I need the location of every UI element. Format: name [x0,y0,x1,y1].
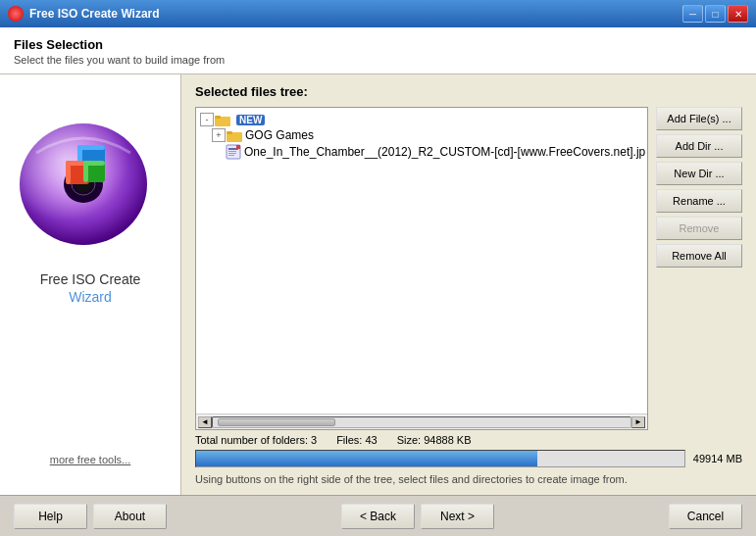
help-text: Using buttons on the right side of the t… [195,473,742,485]
tree-gog-item[interactable]: + GOG Games [198,127,645,143]
tree-scrollbar[interactable]: ◄ ► [196,414,647,429]
svg-rect-24 [236,145,240,149]
new-dir-button[interactable]: New Dir ... [656,162,742,185]
file-label: One_In_The_Chamber__(2012)_R2_CUSTOM-[cd… [244,145,645,159]
disc-container [17,104,164,251]
bottom-right-buttons: Cancel [669,504,742,529]
progress-label: 49914 MB [693,453,742,464]
folders-count: Total number of folders: 3 [195,434,317,446]
gog-label: GOG Games [245,128,314,142]
gog-folder-icon [227,129,242,142]
title-controls: ─ □ ✕ [682,5,748,23]
title-bar: Free ISO Create Wizard ─ □ ✕ [0,0,756,27]
app-icon [8,6,24,22]
svg-rect-16 [215,116,221,119]
help-button[interactable]: Help [14,504,87,529]
next-button[interactable]: Next > [421,504,494,529]
action-buttons: Add File(s) ... Add Dir ... New Dir ... … [656,107,742,430]
svg-rect-10 [66,161,71,184]
main-window: Files Selection Select the files you wan… [0,27,756,536]
window-title: Free ISO Create Wizard [29,7,160,21]
about-button[interactable]: About [93,504,167,529]
rename-button[interactable]: Rename ... [656,189,742,213]
section-subtitle: Select the files you want to build image… [14,54,742,66]
header-section: Files Selection Select the files you wan… [0,27,756,74]
panel-title: Selected files tree: [195,84,742,99]
disc-graphic [17,104,164,251]
maximize-button[interactable]: □ [705,5,726,23]
svg-rect-23 [228,155,234,156]
progress-row: 49914 MB [195,450,742,467]
scroll-right-arrow[interactable]: ► [631,416,645,428]
svg-rect-22 [228,153,236,154]
status-bar: Total number of folders: 3 Files: 43 Siz… [195,434,742,446]
bottom-left-buttons: Help About [14,504,167,529]
bottom-bar: Help About < Back Next > Cancel [0,495,756,536]
content-area: Free ISO Create Wizard more free tools..… [0,74,756,495]
root-expand-icon[interactable]: - [200,113,214,126]
new-badge: NEW [236,115,265,125]
svg-rect-21 [228,151,236,152]
remove-button[interactable]: Remove [656,217,742,240]
right-panel: Selected files tree: - [181,74,756,495]
sidebar: Free ISO Create Wizard more free tools..… [0,74,181,495]
progress-fill [196,451,537,466]
remove-all-button[interactable]: Remove All [656,244,742,268]
cancel-button[interactable]: Cancel [669,504,742,529]
svg-rect-18 [227,131,232,134]
files-count: Files: 43 [336,434,378,446]
section-title: Files Selection [14,37,742,52]
tree-root-item[interactable]: - NEW [198,112,645,127]
add-files-button[interactable]: Add File(s) ... [656,107,742,130]
h-scrollbar-thumb[interactable] [218,418,335,426]
scroll-left-arrow[interactable]: ◄ [198,416,212,428]
close-button[interactable]: ✕ [728,5,748,23]
gog-expand-icon[interactable]: + [212,128,226,142]
tree-container[interactable]: - NEW + [195,107,648,430]
bottom-center-buttons: < Back Next > [341,504,494,529]
app-name-label: Free ISO Create Wizard [40,270,141,306]
add-dir-button[interactable]: Add Dir ... [656,134,742,158]
tree-file-item[interactable]: One_In_The_Chamber__(2012)_R2_CUSTOM-[cd… [198,143,645,161]
tree-scroll[interactable]: - NEW + [196,108,647,414]
tree-buttons-row: - NEW + [195,107,742,430]
progress-bar [195,450,685,467]
svg-rect-13 [83,161,88,182]
minimize-button[interactable]: ─ [682,5,703,23]
h-scrollbar-track[interactable] [212,416,631,428]
root-folder-icon [215,114,230,126]
size-info: Size: 94888 KB [397,434,472,446]
back-button[interactable]: < Back [341,504,415,529]
more-tools-link[interactable]: more free tools... [0,454,180,465]
file-icon [226,144,241,160]
